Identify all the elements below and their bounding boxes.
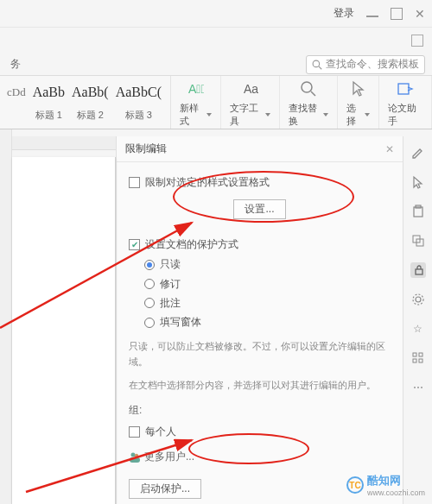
more-users-link[interactable]: 更多用户... bbox=[129, 449, 391, 465]
svg-rect-20 bbox=[419, 359, 422, 362]
svg-rect-19 bbox=[413, 359, 416, 362]
svg-rect-10 bbox=[414, 207, 422, 217]
format-restrict-checkbox[interactable]: 限制对选定的样式设置格式 bbox=[129, 174, 391, 191]
start-protect-button[interactable]: 启动保护... bbox=[129, 479, 201, 499]
lock-icon[interactable] bbox=[410, 262, 426, 278]
svg-text:A̲ͣ: A̲ͣ bbox=[188, 82, 204, 96]
svg-point-0 bbox=[313, 60, 320, 67]
radio-icon bbox=[144, 279, 155, 289]
clipboard-icon[interactable] bbox=[410, 204, 426, 219]
checkbox-icon bbox=[129, 426, 140, 438]
svg-line-1 bbox=[319, 66, 321, 68]
radio-form[interactable]: 填写窗体 bbox=[144, 314, 391, 331]
svg-point-7 bbox=[131, 452, 136, 457]
users-icon bbox=[129, 451, 141, 463]
watermark-domain: www.coozhi.com bbox=[367, 488, 425, 497]
radio-icon bbox=[144, 318, 155, 328]
select-icon[interactable] bbox=[410, 174, 426, 190]
star-icon[interactable]: ☆ bbox=[410, 321, 426, 337]
window-mode-icon[interactable] bbox=[411, 35, 423, 47]
protect-method-checkbox[interactable]: ✔ 设置文档的保护方式 bbox=[129, 236, 391, 253]
right-sidebar: ☆ ⋯ bbox=[403, 136, 432, 504]
style-item-prev[interactable]: cDd bbox=[3, 76, 29, 109]
group-label: 组: bbox=[129, 402, 391, 419]
grid-icon[interactable] bbox=[410, 350, 426, 366]
checkbox-icon bbox=[129, 177, 140, 188]
new-style-button[interactable]: A̲ͣ 新样式 bbox=[171, 76, 221, 129]
checkbox-checked-icon: ✔ bbox=[129, 239, 140, 250]
window-titlebar: 登录 ✕ bbox=[0, 0, 432, 28]
find-replace-button[interactable]: 查找替换 bbox=[280, 76, 339, 129]
panel-close-icon[interactable]: ✕ bbox=[385, 143, 394, 155]
maximize-icon[interactable] bbox=[391, 8, 403, 20]
workarea: 限制编辑 ✕ 限制对选定的样式设置格式 设置... ✔ 设置文档的保护方式 只读… bbox=[0, 129, 432, 504]
style-item-h3[interactable]: AaBbC( 标题 3 bbox=[112, 76, 165, 123]
search-icon bbox=[312, 60, 322, 70]
svg-point-4 bbox=[302, 82, 312, 92]
chevron-down-icon bbox=[265, 113, 270, 117]
radio-comment[interactable]: 批注 bbox=[144, 295, 391, 312]
text-tool-icon: Aa bbox=[241, 78, 258, 100]
ribbon-tabs: 务 查找命令、搜索模板 bbox=[0, 54, 432, 76]
watermark-logo: TC bbox=[346, 476, 364, 494]
chevron-down-icon bbox=[323, 113, 328, 117]
chevron-down-icon bbox=[365, 113, 370, 117]
edit-icon[interactable] bbox=[410, 145, 426, 161]
select-users-desc: 在文档中选择部分内容，并选择可以对其进行编辑的用户。 bbox=[129, 378, 391, 394]
document-page[interactable] bbox=[12, 157, 116, 504]
ribbon: cDd AaBb 标题 1 AaBb( 标题 2 AaBbC( 标题 3 A̲ͣ… bbox=[0, 76, 432, 129]
everyone-checkbox[interactable]: 每个人 bbox=[129, 424, 391, 440]
radio-icon bbox=[144, 298, 155, 308]
svg-rect-18 bbox=[419, 353, 422, 356]
svg-rect-9 bbox=[130, 457, 140, 463]
select-button[interactable]: 选择 bbox=[338, 76, 379, 129]
command-search[interactable]: 查找命令、搜索模板 bbox=[306, 55, 425, 74]
radio-revise[interactable]: 修订 bbox=[144, 276, 391, 293]
radio-selected-icon bbox=[144, 260, 155, 270]
svg-rect-17 bbox=[413, 353, 416, 356]
watermark-brand: 酷知网 bbox=[367, 473, 425, 488]
svg-rect-14 bbox=[416, 269, 422, 274]
svg-text:Aa: Aa bbox=[244, 82, 258, 96]
minimize-icon[interactable] bbox=[366, 16, 378, 17]
chevron-down-icon bbox=[206, 113, 212, 117]
svg-point-8 bbox=[135, 454, 138, 457]
svg-line-5 bbox=[311, 91, 315, 96]
cursor-icon bbox=[351, 78, 366, 100]
login-link[interactable]: 登录 bbox=[334, 6, 354, 21]
watermark: TC 酷知网 www.coozhi.com bbox=[346, 473, 425, 497]
svg-point-16 bbox=[413, 294, 423, 305]
search-placeholder: 查找命令、搜索模板 bbox=[326, 57, 419, 72]
find-replace-icon bbox=[299, 78, 318, 100]
svg-rect-6 bbox=[398, 84, 409, 94]
left-gutter bbox=[0, 129, 12, 504]
thesis-helper-button[interactable]: 论文助手 bbox=[379, 76, 432, 129]
ruler bbox=[12, 136, 116, 150]
settings-icon[interactable] bbox=[410, 292, 426, 307]
more-icon[interactable]: ⋯ bbox=[410, 380, 426, 395]
translate-icon[interactable] bbox=[410, 233, 426, 249]
settings-button[interactable]: 设置... bbox=[233, 199, 285, 219]
style-item-h1[interactable]: AaBb 标题 1 bbox=[29, 76, 68, 123]
close-icon[interactable]: ✕ bbox=[415, 7, 425, 21]
style-gallery[interactable]: cDd AaBb 标题 1 AaBb( 标题 2 AaBbC( 标题 3 bbox=[3, 76, 171, 129]
svg-point-15 bbox=[416, 297, 421, 302]
text-tool-button[interactable]: Aa 文字工具 bbox=[221, 76, 280, 129]
panel-title: 限制编辑 bbox=[125, 142, 167, 156]
readonly-desc: 只读，可以防止文档被修改。不过，你可以设置允许编辑的区域。 bbox=[129, 339, 391, 369]
restrict-edit-panel: 限制编辑 ✕ 限制对选定的样式设置格式 设置... ✔ 设置文档的保护方式 只读… bbox=[116, 136, 403, 504]
ribbon-tab[interactable]: 务 bbox=[5, 57, 26, 72]
radio-readonly[interactable]: 只读 bbox=[144, 256, 391, 273]
new-style-icon: A̲ͣ bbox=[187, 78, 204, 100]
style-item-h2[interactable]: AaBb( 标题 2 bbox=[68, 76, 112, 123]
second-controls bbox=[0, 28, 432, 54]
thesis-icon bbox=[396, 78, 415, 100]
